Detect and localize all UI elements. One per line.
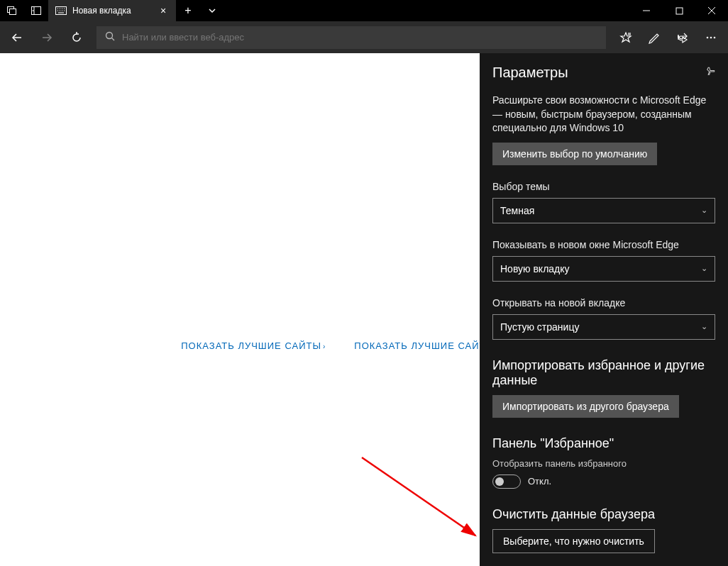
- new-window-value: Новую вкладку: [500, 263, 570, 274]
- forward-button[interactable]: [33, 23, 61, 52]
- tab-chevron-icon[interactable]: [200, 0, 224, 21]
- settings-title: Параметры: [492, 65, 568, 81]
- show-top-sites-link[interactable]: ПОКАЗАТЬ ЛУЧШИЕ САЙТЫ›: [181, 340, 326, 351]
- more-button[interactable]: [697, 23, 725, 52]
- favorites-toggle-label: Отобразить панель избранного: [492, 458, 715, 469]
- new-window-label: Показывать в новом окне Microsoft Edge: [492, 239, 715, 250]
- chevron-right-icon: ›: [323, 343, 326, 350]
- svg-rect-17: [676, 8, 683, 14]
- new-tab-button[interactable]: +: [176, 0, 200, 21]
- svg-marker-24: [621, 33, 631, 42]
- back-button[interactable]: [3, 23, 31, 52]
- search-icon: [105, 31, 115, 43]
- tabs-aside-icon[interactable]: [24, 0, 48, 21]
- pin-icon[interactable]: [705, 67, 715, 79]
- theme-value: Темная: [500, 205, 534, 216]
- clear-data-button[interactable]: Выберите, что нужно очистить: [492, 529, 655, 553]
- svg-point-28: [710, 36, 712, 38]
- toolbar-right: [612, 23, 725, 52]
- settings-header: Параметры: [492, 65, 715, 81]
- favorites-toggle-row: Откл.: [492, 475, 715, 489]
- notes-button[interactable]: [640, 23, 668, 52]
- chevron-down-icon: ⌄: [701, 206, 707, 215]
- titlebar-left: Новая вкладка × +: [0, 0, 224, 21]
- toggle-knob: [495, 477, 504, 486]
- share-button[interactable]: [668, 23, 697, 52]
- svg-line-5: [33, 11, 33, 11]
- import-heading: Импортировать избранное и другие данные: [492, 358, 715, 388]
- tab-preview-icon[interactable]: [0, 0, 24, 21]
- maximize-button[interactable]: [663, 0, 695, 21]
- new-tab-label: Открывать на новой вкладке: [492, 297, 715, 309]
- address-bar[interactable]: [96, 26, 606, 49]
- chevron-down-icon: ⌄: [701, 322, 707, 331]
- close-tab-icon[interactable]: ×: [158, 5, 169, 16]
- svg-rect-6: [56, 7, 67, 15]
- address-input[interactable]: [122, 32, 597, 43]
- tab-title: Новая вкладка: [72, 6, 152, 16]
- clear-data-heading: Очистить данные браузера: [492, 507, 715, 522]
- import-button[interactable]: Импортировать из другого браузера: [492, 395, 679, 418]
- keyboard-icon: [55, 5, 67, 16]
- favorites-button[interactable]: [612, 23, 640, 52]
- svg-point-22: [106, 33, 113, 39]
- favorites-toggle[interactable]: [492, 475, 521, 489]
- promo-text: Расширьте свои возможности с Microsoft E…: [492, 94, 715, 135]
- favorites-heading: Панель "Избранное": [492, 436, 715, 451]
- refresh-button[interactable]: [62, 23, 91, 52]
- svg-rect-1: [10, 9, 16, 15]
- favorites-toggle-state: Откл.: [528, 476, 551, 487]
- minimize-button[interactable]: [630, 0, 663, 21]
- svg-line-23: [112, 38, 115, 41]
- settings-panel: Параметры Расширьте свои возможности с M…: [480, 53, 728, 566]
- browser-tab[interactable]: Новая вкладка ×: [48, 0, 176, 21]
- theme-select[interactable]: Темная ⌄: [492, 198, 715, 223]
- new-window-select[interactable]: Новую вкладку ⌄: [492, 256, 715, 282]
- change-default-button[interactable]: Изменить выбор по умолчанию: [492, 143, 657, 165]
- theme-label: Выбор темы: [492, 181, 715, 192]
- new-tab-select[interactable]: Пустую страницу ⌄: [492, 314, 715, 340]
- chevron-down-icon: ⌄: [701, 264, 707, 273]
- svg-point-29: [714, 36, 716, 38]
- svg-point-27: [707, 36, 709, 38]
- title-bar: Новая вкладка × +: [0, 0, 728, 21]
- window-controls: [630, 0, 728, 21]
- new-tab-value: Пустую страницу: [500, 321, 579, 333]
- toolbar: [0, 21, 728, 53]
- close-window-button[interactable]: [695, 0, 728, 21]
